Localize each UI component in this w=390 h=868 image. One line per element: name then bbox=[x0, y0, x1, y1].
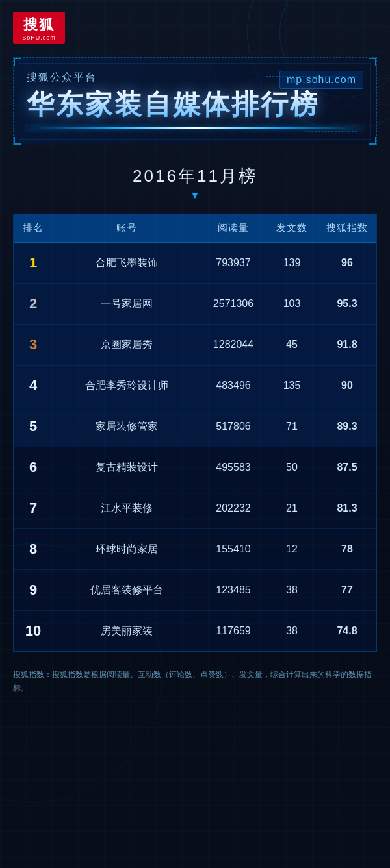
main-title: 华东家装自媒体排行榜 bbox=[27, 90, 363, 119]
deco-line-2 bbox=[305, 131, 357, 132]
logo-main-text: 搜狐 bbox=[23, 15, 55, 34]
posts-cell: 21 bbox=[266, 488, 318, 528]
account-cell: 一号家居网 bbox=[53, 284, 201, 324]
rank-cell: 2 bbox=[14, 284, 53, 324]
rank-cell: 6 bbox=[14, 447, 53, 488]
posts-cell: 38 bbox=[266, 611, 318, 651]
logo-sub-text: SoHU.com bbox=[22, 34, 56, 41]
col-header-posts: 发文数 bbox=[266, 214, 318, 242]
table-row: 3 京圈家居秀 1282044 45 91.8 bbox=[14, 325, 376, 366]
index-cell: 96 bbox=[318, 243, 376, 283]
table-row: 7 江水平装修 202232 21 81.3 bbox=[14, 488, 376, 529]
reads-cell: 123485 bbox=[201, 570, 266, 610]
account-cell: 京圈家居秀 bbox=[53, 325, 201, 365]
rank-cell: 7 bbox=[14, 488, 53, 528]
col-header-reads: 阅读量 bbox=[201, 214, 266, 242]
mp-url: mp.sohu.com bbox=[280, 71, 363, 89]
index-cell: 91.8 bbox=[318, 325, 376, 365]
table-row: 2 一号家居网 2571306 103 95.3 bbox=[14, 284, 376, 325]
rank-cell: 4 bbox=[14, 366, 53, 406]
posts-cell: 139 bbox=[266, 243, 318, 283]
col-header-rank: 排名 bbox=[14, 214, 53, 242]
reads-cell: 483496 bbox=[201, 366, 266, 406]
posts-cell: 38 bbox=[266, 570, 318, 610]
rank-cell: 3 bbox=[14, 325, 53, 365]
rank-cell: 1 bbox=[14, 243, 53, 283]
index-cell: 81.3 bbox=[318, 488, 376, 528]
reads-cell: 155410 bbox=[201, 529, 266, 569]
posts-cell: 12 bbox=[266, 529, 318, 569]
index-cell: 87.5 bbox=[318, 447, 376, 488]
table-row: 4 合肥李秀玲设计师 483496 135 90 bbox=[14, 366, 376, 406]
header: 搜狐 SoHU.com bbox=[0, 0, 390, 51]
page-wrapper: 搜狐 SoHU.com 搜狐公众平台 华东家装自媒体排行榜 mp.sohu.co… bbox=[0, 0, 390, 868]
index-cell: 78 bbox=[318, 529, 376, 569]
table-header: 排名 账号 阅读量 发文数 搜狐指数 bbox=[14, 214, 376, 243]
month-arrow: ▼ bbox=[0, 190, 390, 201]
glow-line bbox=[27, 127, 363, 129]
logo: 搜狐 SoHU.com bbox=[13, 12, 65, 44]
account-cell: 江水平装修 bbox=[53, 488, 201, 528]
reads-cell: 2571306 bbox=[201, 284, 266, 324]
account-cell: 复古精装设计 bbox=[53, 447, 201, 488]
posts-cell: 71 bbox=[266, 406, 318, 447]
index-cell: 90 bbox=[318, 366, 376, 406]
month-title: 2016年11月榜 bbox=[0, 165, 390, 188]
account-cell: 合肥李秀玲设计师 bbox=[53, 366, 201, 406]
rank-cell: 5 bbox=[14, 406, 53, 447]
index-cell: 77 bbox=[318, 570, 376, 610]
table-row: 6 复古精装设计 495583 50 87.5 bbox=[14, 447, 376, 488]
col-header-index: 搜狐指数 bbox=[318, 214, 376, 242]
corner-tl bbox=[14, 58, 21, 66]
reads-cell: 202232 bbox=[201, 488, 266, 528]
corner-tr bbox=[369, 58, 376, 66]
posts-cell: 135 bbox=[266, 366, 318, 406]
table-row: 5 家居装修管家 517806 71 89.3 bbox=[14, 406, 376, 447]
reads-cell: 517806 bbox=[201, 406, 266, 447]
month-section: 2016年11月榜 ▼ bbox=[0, 145, 390, 207]
corner-br bbox=[369, 137, 376, 145]
corner-bl bbox=[14, 137, 21, 145]
index-cell: 95.3 bbox=[318, 284, 376, 324]
reads-cell: 495583 bbox=[201, 447, 266, 488]
posts-cell: 103 bbox=[266, 284, 318, 324]
reads-cell: 793937 bbox=[201, 243, 266, 283]
posts-cell: 45 bbox=[266, 325, 318, 365]
account-cell: 合肥飞墨装饰 bbox=[53, 243, 201, 283]
account-cell: 家居装修管家 bbox=[53, 406, 201, 447]
table-row: 1 合肥飞墨装饰 793937 139 96 bbox=[14, 243, 376, 284]
posts-cell: 50 bbox=[266, 447, 318, 488]
index-cell: 89.3 bbox=[318, 406, 376, 447]
reads-cell: 117659 bbox=[201, 611, 266, 651]
reads-cell: 1282044 bbox=[201, 325, 266, 365]
index-cell: 74.8 bbox=[318, 611, 376, 651]
top-banner: 搜狐公众平台 华东家装自媒体排行榜 mp.sohu.com bbox=[13, 57, 377, 145]
col-header-account: 账号 bbox=[53, 214, 201, 242]
